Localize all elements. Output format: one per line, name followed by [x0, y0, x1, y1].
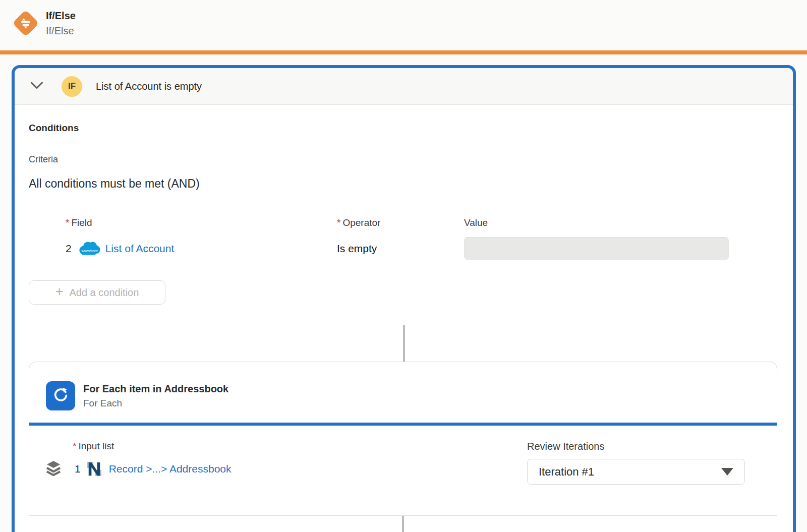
accent-bar	[0, 50, 807, 54]
branch-icon	[19, 17, 32, 30]
flow-connector	[15, 325, 793, 362]
for-each-block: For Each item in Addressbook For Each *I…	[29, 362, 777, 532]
refresh-loop-icon	[52, 386, 69, 405]
chevron-down-icon	[30, 82, 43, 91]
netsuite-icon	[87, 461, 102, 477]
plus-icon: +	[55, 285, 64, 299]
if-badge: IF	[62, 76, 82, 97]
condition-index: 2	[66, 243, 72, 255]
required-marker: *	[73, 441, 76, 451]
layers-icon	[46, 460, 61, 478]
input-list-link[interactable]: Record >...> Addressbook	[109, 463, 232, 475]
input-list-label: *Input list	[73, 441, 232, 452]
if-else-step-icon	[12, 10, 39, 37]
value-column-label: Value	[464, 217, 729, 228]
criteria-label: Criteria	[29, 154, 793, 165]
input-list-row: 1 Record >...> Addressbook	[46, 460, 232, 478]
required-marker: *	[337, 217, 340, 228]
for-each-body: *Input list 1	[29, 426, 777, 516]
for-each-title: For Each item in Addressbook	[83, 383, 228, 395]
field-column-label: *Field	[66, 217, 337, 228]
dropdown-caret-icon	[721, 468, 733, 476]
conditions-heading: Conditions	[29, 123, 793, 134]
iteration-dropdown[interactable]: Iteration #1	[527, 459, 745, 485]
connector-line	[402, 516, 404, 532]
step-header: If/Else If/Else	[0, 0, 807, 50]
if-else-block: IF List of Account is empty Conditions C…	[12, 65, 796, 532]
iteration-selected-value: Iteration #1	[539, 465, 594, 479]
operator-column-label: *Operator	[337, 217, 464, 228]
for-each-subtitle: For Each	[83, 398, 228, 409]
add-condition-label: Add a condition	[69, 287, 139, 299]
input-list-index: 1	[75, 463, 81, 475]
if-branch-header[interactable]: IF List of Account is empty	[15, 68, 793, 105]
nested-flow-connector	[29, 516, 777, 532]
for-each-step-icon	[46, 381, 75, 410]
condition-row: *Field *Operator Value 2	[66, 217, 793, 260]
page-title: If/Else	[46, 10, 76, 22]
field-value-link[interactable]: List of Account	[105, 243, 175, 255]
salesforce-wordmark: salesforce	[81, 249, 97, 253]
review-iterations-label: Review Iterations	[527, 441, 745, 452]
connector-line	[403, 325, 405, 362]
criteria-value: All conditions must be met (AND)	[29, 177, 793, 191]
page-subtitle: If/Else	[46, 25, 76, 37]
required-marker: *	[66, 217, 69, 228]
collapse-branch-button[interactable]	[27, 79, 46, 94]
operator-value: Is empty	[337, 243, 464, 255]
add-condition-button[interactable]: + Add a condition	[29, 280, 165, 305]
for-each-header: For Each item in Addressbook For Each	[29, 362, 777, 423]
branch-summary: List of Account is empty	[96, 81, 202, 92]
salesforce-icon: salesforce	[78, 241, 101, 257]
value-input	[464, 237, 729, 260]
